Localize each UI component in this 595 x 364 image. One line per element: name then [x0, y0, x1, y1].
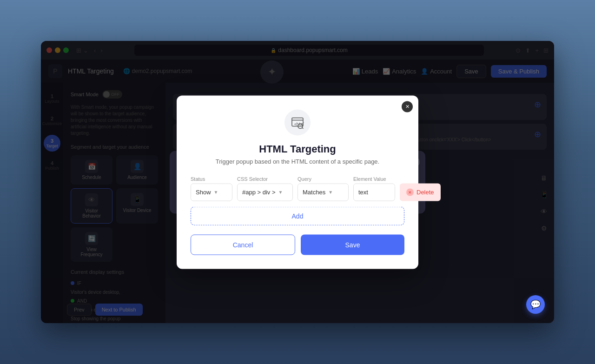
- element-value-text: text: [358, 189, 368, 196]
- form-row: Status Show ▼ CSS Selector #app > div > …: [191, 176, 404, 201]
- chat-bubble[interactable]: 💬: [526, 295, 545, 314]
- element-value-input[interactable]: text: [353, 183, 395, 201]
- query-group: Query Matches ▼: [298, 176, 349, 201]
- delete-button[interactable]: ✕ Delete: [400, 183, 441, 201]
- delete-label: Delete: [416, 189, 434, 196]
- query-label: Query: [298, 176, 349, 181]
- css-selector-group: CSS Selector #app > div > ▼: [237, 176, 293, 201]
- status-label: Status: [191, 176, 232, 181]
- status-arrow-icon: ▼: [214, 190, 218, 195]
- css-selector-arrow-icon: ▼: [278, 190, 283, 195]
- element-value-group: Element Value text: [353, 176, 395, 201]
- query-select[interactable]: Matches ▼: [298, 183, 349, 201]
- cancel-button[interactable]: Cancel: [191, 234, 295, 255]
- status-group: Status Show ▼: [191, 176, 232, 201]
- svg-line-4: [302, 127, 303, 128]
- status-value: Show: [196, 189, 211, 196]
- browser-window: ⊞⌄ ‹ › 🔒 dashboard.popupsmart.com ⊙ ⬆ + …: [41, 41, 554, 323]
- html-dialog-subtitle: Trigger popup based on the HTML content …: [191, 158, 404, 165]
- css-selector-select[interactable]: #app > div > ▼: [237, 183, 293, 201]
- status-select[interactable]: Show ▼: [191, 183, 232, 201]
- add-button[interactable]: Add: [191, 206, 404, 225]
- html-dialog-icon: <html>: [284, 109, 311, 135]
- dialog-buttons: Cancel Save: [191, 234, 404, 255]
- delete-x-icon: ✕: [406, 188, 414, 196]
- html-dialog-title: HTML Targeting: [191, 143, 404, 155]
- element-value-label: Element Value: [353, 176, 395, 181]
- save-dialog-button[interactable]: Save: [301, 234, 404, 255]
- css-selector-label: CSS Selector: [237, 176, 293, 181]
- query-arrow-icon: ▼: [328, 190, 333, 195]
- css-selector-value: #app > div >: [242, 189, 276, 196]
- modal-overlay: ✦ Visitor Behavior Target your visitor b…: [41, 41, 554, 323]
- html-targeting-dialog: ✕ <html> HTML Targeting Trigger popup ba…: [177, 95, 418, 269]
- html-dialog-close-button[interactable]: ✕: [402, 101, 413, 112]
- query-value: Matches: [303, 189, 325, 196]
